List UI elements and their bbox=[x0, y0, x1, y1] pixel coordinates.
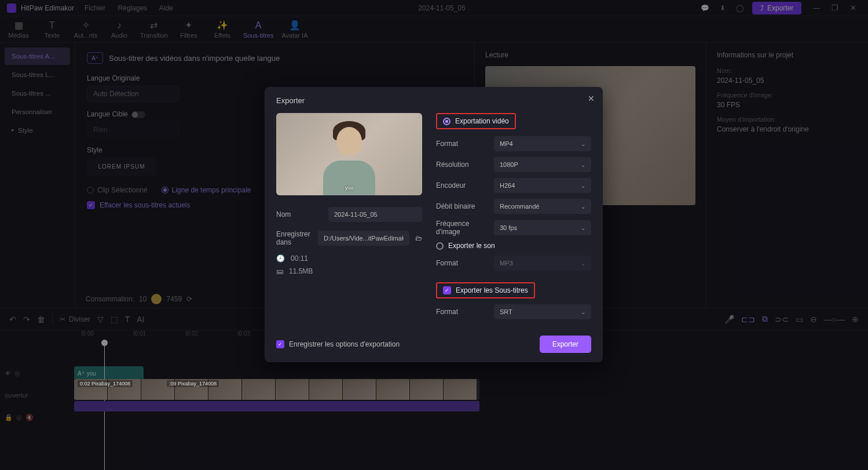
export-path-input[interactable] bbox=[318, 231, 409, 246]
modal-close-button[interactable]: ✕ bbox=[588, 94, 595, 103]
export-audio-option[interactable]: Exporter le son bbox=[436, 242, 591, 250]
format-select[interactable]: MP4⌄ bbox=[494, 136, 591, 151]
export-duration: 00:11 bbox=[291, 254, 308, 263]
radio-checked-icon bbox=[443, 118, 451, 125]
modal-title: Exporter bbox=[276, 96, 591, 105]
encoder-select[interactable]: H264⌄ bbox=[494, 178, 591, 193]
clock-icon: 🕘 bbox=[276, 254, 285, 263]
folder-icon[interactable]: 🗁 bbox=[415, 234, 422, 242]
audio-format-select: MP3⌄ bbox=[494, 256, 591, 271]
fps-select[interactable]: 30 fps⌄ bbox=[494, 220, 591, 235]
export-name-input[interactable] bbox=[328, 207, 422, 222]
checkbox-checked-icon: ✓ bbox=[443, 286, 451, 294]
disk-icon: 🖴 bbox=[276, 267, 283, 275]
export-size: 11.5MB bbox=[289, 267, 313, 275]
chevron-down-icon: ⌄ bbox=[581, 141, 585, 147]
export-confirm-button[interactable]: Exporter bbox=[540, 336, 591, 353]
subtitle-format-select[interactable]: SRT⌄ bbox=[494, 304, 591, 319]
export-dialog: Exporter ✕ you Nom Enregistrer dans 🗁 🕘0… bbox=[265, 87, 603, 362]
radio-unchecked-icon bbox=[436, 242, 444, 250]
export-preview: you bbox=[276, 113, 422, 195]
export-video-option[interactable]: Exportation vidéo bbox=[436, 113, 516, 129]
bitrate-select[interactable]: Recommandé⌄ bbox=[494, 199, 591, 214]
save-options-checkbox[interactable]: ✓Enregistrer les options d'exportation bbox=[276, 340, 400, 348]
export-subtitles-option[interactable]: ✓ Exporter les Sous-titres bbox=[436, 282, 535, 298]
resolution-select[interactable]: 1080P⌄ bbox=[494, 157, 591, 172]
